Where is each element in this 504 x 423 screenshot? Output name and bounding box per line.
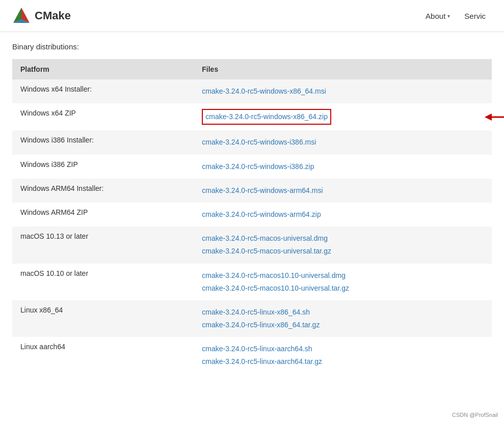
col-files: Files: [194, 59, 492, 79]
platform-cell: Windows ARM64 ZIP: [12, 203, 194, 227]
table-header-row: Platform Files: [12, 59, 492, 79]
platform-cell: Windows x64 Installer:: [12, 79, 194, 103]
distribution-table: Platform Files Windows x64 Installer:cma…: [12, 59, 492, 374]
header: CMake About ▾ Servic: [0, 0, 504, 32]
table-row: macOS 10.13 or latercmake-3.24.0-rc5-mac…: [12, 227, 492, 263]
section-title: Binary distributions:: [12, 42, 492, 51]
table-row: Linux aarch64cmake-3.24.0-rc5-linux-aarc…: [12, 337, 492, 374]
table-row: Windows ARM64 ZIPcmake-3.24.0-rc5-window…: [12, 203, 492, 227]
files-cell: cmake-3.24.0-rc5-linux-aarch64.shcmake-3…: [194, 337, 492, 374]
nav-about[interactable]: About ▾: [419, 8, 456, 24]
files-cell: cmake-3.24.0-rc5-windows-i386.zip: [194, 155, 492, 179]
table-row: Windows i386 ZIPcmake-3.24.0-rc5-windows…: [12, 155, 492, 179]
files-cell: cmake-3.24.0-rc5-windows-x86_64.zip: [194, 103, 492, 130]
files-cell: cmake-3.24.0-rc5-windows-arm64.msi: [194, 179, 492, 203]
table-row: Windows x64 Installer:cmake-3.24.0-rc5-w…: [12, 79, 492, 103]
file-link[interactable]: cmake-3.24.0-rc5-windows-arm64.msi: [202, 184, 484, 197]
platform-cell: Windows ARM64 Installer:: [12, 179, 194, 203]
platform-cell: Linux x86_64: [12, 300, 194, 337]
platform-cell: Linux aarch64: [12, 337, 194, 374]
files-cell: cmake-3.24.0-rc5-windows-arm64.zip: [194, 203, 492, 227]
file-link[interactable]: cmake-3.24.0-rc5-macos-universal.dmg: [202, 232, 484, 245]
table-row: Windows i386 Installer:cmake-3.24.0-rc5-…: [12, 130, 492, 154]
nav-services-label: Servic: [464, 12, 486, 20]
file-link[interactable]: cmake-3.24.0-rc5-linux-x86_64.sh: [202, 306, 484, 319]
file-link[interactable]: cmake-3.24.0-rc5-macos10.10-universal.dm…: [202, 269, 484, 282]
file-link[interactable]: cmake-3.24.0-rc5-linux-aarch64.sh: [202, 343, 484, 355]
files-cell: cmake-3.24.0-rc5-linux-x86_64.shcmake-3.…: [194, 300, 492, 337]
file-link[interactable]: cmake-3.24.0-rc5-windows-x86_64.msi: [202, 85, 484, 98]
file-link[interactable]: cmake-3.24.0-rc5-macos10.10-universal.ta…: [202, 282, 484, 295]
logo-text: CMake: [35, 9, 71, 22]
nav-services[interactable]: Servic: [458, 8, 492, 24]
nav-about-label: About: [426, 12, 445, 20]
table-row: macOS 10.10 or latercmake-3.24.0-rc5-mac…: [12, 264, 492, 300]
file-link[interactable]: cmake-3.24.0-rc5-windows-arm64.zip: [202, 208, 484, 221]
file-link[interactable]: cmake-3.24.0-rc5-macos-universal.tar.gz: [202, 245, 484, 258]
file-link[interactable]: cmake-3.24.0-rc5-windows-i386.msi: [202, 136, 484, 149]
platform-cell: Windows x64 ZIP: [12, 103, 194, 130]
files-cell: cmake-3.24.0-rc5-windows-i386.msi: [194, 130, 492, 154]
platform-cell: macOS 10.10 or later: [12, 264, 194, 300]
platform-cell: Windows i386 Installer:: [12, 130, 194, 154]
files-cell: cmake-3.24.0-rc5-windows-x86_64.msi: [194, 79, 492, 103]
main-content: Binary distributions: Platform Files Win…: [0, 32, 504, 384]
file-link[interactable]: cmake-3.24.0-rc5-windows-i386.zip: [202, 160, 484, 173]
file-link[interactable]: cmake-3.24.0-rc5-linux-x86_64.tar.gz: [202, 319, 484, 331]
platform-cell: macOS 10.13 or later: [12, 227, 194, 263]
table-row: Windows ARM64 Installer:cmake-3.24.0-rc5…: [12, 179, 492, 203]
chevron-down-icon: ▾: [447, 13, 450, 19]
platform-cell: Windows i386 ZIP: [12, 155, 194, 179]
file-link[interactable]: cmake-3.24.0-rc5-linux-aarch64.tar.gz: [202, 355, 484, 368]
table-row: Windows x64 ZIPcmake-3.24.0-rc5-windows-…: [12, 103, 492, 130]
files-cell: cmake-3.24.0-rc5-macos-universal.dmgcmak…: [194, 227, 492, 263]
logo[interactable]: CMake: [12, 7, 71, 25]
svg-marker-4: [485, 114, 492, 121]
file-link-highlighted[interactable]: cmake-3.24.0-rc5-windows-x86_64.zip: [202, 109, 331, 125]
cmake-logo-icon: [12, 7, 31, 25]
col-platform: Platform: [12, 59, 194, 79]
files-cell: cmake-3.24.0-rc5-macos10.10-universal.dm…: [194, 264, 492, 300]
table-row: Linux x86_64cmake-3.24.0-rc5-linux-x86_6…: [12, 300, 492, 337]
header-nav: About ▾ Servic: [419, 8, 492, 24]
